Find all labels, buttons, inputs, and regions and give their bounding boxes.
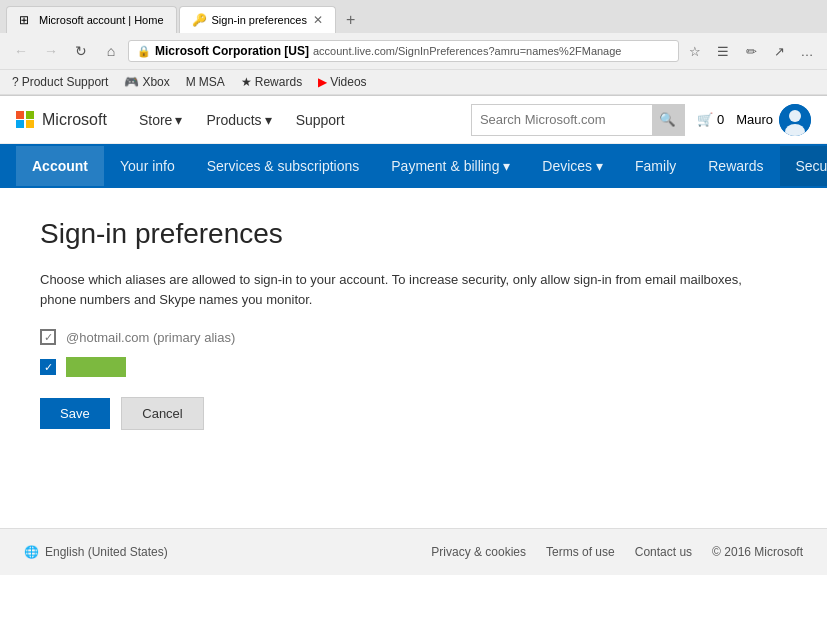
bookmark-xbox[interactable]: 🎮 Xbox (120, 73, 173, 91)
browser-toolbar: ← → ↻ ⌂ 🔒 Microsoft Corporation [US] acc… (0, 33, 827, 70)
cancel-button[interactable]: Cancel (121, 397, 203, 430)
refresh-button[interactable]: ↻ (68, 38, 94, 64)
alias-item-2 (40, 357, 787, 377)
address-url: account.live.com/SignInPreferences?amru=… (313, 45, 621, 57)
bookmark-label: Videos (330, 75, 366, 89)
alias-checkbox-2[interactable] (40, 359, 56, 375)
share-icon[interactable]: ↗ (767, 39, 791, 63)
new-tab-button[interactable]: + (338, 7, 363, 33)
cart-icon[interactable]: 🛒 0 (697, 112, 724, 127)
logo-sq-blue (16, 120, 24, 128)
search-input[interactable] (472, 105, 652, 135)
bookmark-product-support[interactable]: ? Product Support (8, 73, 112, 91)
bookmark-rewards[interactable]: ★ Rewards (237, 73, 306, 91)
browser-tab-2[interactable]: 🔑 Sign-in preferences ✕ (179, 6, 336, 33)
alias-item-1: @hotmail.com (primary alias) (40, 329, 787, 345)
logo-sq-yellow (26, 120, 34, 128)
bookmark-msa[interactable]: M MSA (182, 73, 229, 91)
page-title: Sign-in preferences (40, 218, 787, 250)
nav-family[interactable]: Family (619, 146, 692, 186)
form-buttons: Save Cancel (40, 397, 787, 430)
tab1-title: Microsoft account | Home (39, 14, 164, 26)
topnav-store[interactable]: Store ▾ (127, 98, 194, 142)
alias-badge-2 (66, 357, 126, 377)
topnav-support[interactable]: Support (284, 98, 357, 142)
tab1-favicon: ⊞ (19, 13, 33, 27)
xbox-icon: 🎮 (124, 75, 139, 89)
browser-tab-1[interactable]: ⊞ Microsoft account | Home (6, 6, 177, 33)
bookmark-label: Rewards (255, 75, 302, 89)
products-chevron-icon: ▾ (265, 112, 272, 128)
nav-your-info[interactable]: Your info (104, 146, 191, 186)
bookmark-icon: ? (12, 75, 19, 89)
tab2-close[interactable]: ✕ (313, 13, 323, 27)
footer-locale[interactable]: 🌐 English (United States) (24, 545, 168, 559)
tab2-title: Sign-in preferences (212, 14, 307, 26)
address-domain: Microsoft Corporation [US] (155, 44, 309, 58)
rewards-icon: ★ (241, 75, 252, 89)
svg-point-1 (789, 110, 801, 122)
footer-copyright: © 2016 Microsoft (712, 545, 803, 559)
save-button[interactable]: Save (40, 398, 110, 429)
ms-site: Microsoft Store ▾ Products ▾ Support 🔍 🛒… (0, 96, 827, 575)
payment-chevron-icon: ▾ (503, 158, 510, 174)
ms-logo[interactable]: Microsoft (16, 111, 107, 129)
locale-label: English (United States) (45, 545, 168, 559)
account-navigation: Account Your info Services & subscriptio… (0, 144, 827, 188)
browser-chrome: ⊞ Microsoft account | Home 🔑 Sign-in pre… (0, 0, 827, 96)
footer-privacy[interactable]: Privacy & cookies (431, 545, 526, 559)
logo-sq-green (26, 111, 34, 119)
tab2-favicon: 🔑 (192, 13, 206, 27)
browser-tabs: ⊞ Microsoft account | Home 🔑 Sign-in pre… (0, 0, 827, 33)
bookmark-label: Product Support (22, 75, 109, 89)
nav-services-subscriptions[interactable]: Services & subscriptions (191, 146, 376, 186)
address-bar[interactable]: 🔒 Microsoft Corporation [US] account.liv… (128, 40, 679, 62)
alias-checkbox-1 (40, 329, 56, 345)
logo-sq-red (16, 111, 24, 119)
page-description: Choose which aliases are allowed to sign… (40, 270, 760, 309)
notes-icon[interactable]: ✏ (739, 39, 763, 63)
globe-icon: 🌐 (24, 545, 39, 559)
footer-terms[interactable]: Terms of use (546, 545, 615, 559)
nav-devices[interactable]: Devices ▾ (526, 146, 619, 186)
nav-rewards[interactable]: Rewards (692, 146, 779, 186)
main-content: Sign-in preferences Choose which aliases… (0, 188, 827, 528)
footer-contact[interactable]: Contact us (635, 545, 692, 559)
nav-account[interactable]: Account (16, 146, 104, 186)
user-menu[interactable]: Mauro (736, 104, 811, 136)
ms-logo-text: Microsoft (42, 111, 107, 129)
footer-links: Privacy & cookies Terms of use Contact u… (431, 545, 803, 559)
search-bar: 🔍 (471, 104, 685, 136)
alias-text-1: @hotmail.com (primary alias) (66, 330, 235, 345)
toolbar-icons: ☆ ☰ ✏ ↗ … (683, 39, 819, 63)
home-button[interactable]: ⌂ (98, 38, 124, 64)
bookmarks-bar: ? Product Support 🎮 Xbox M MSA ★ Rewards… (0, 70, 827, 95)
back-button[interactable]: ← (8, 38, 34, 64)
favorites-icon[interactable]: ☆ (683, 39, 707, 63)
msa-icon: M (186, 75, 196, 89)
nav-security-privacy[interactable]: Security & privacy (780, 146, 828, 186)
devices-chevron-icon: ▾ (596, 158, 603, 174)
username-label: Mauro (736, 112, 773, 127)
hub-icon[interactable]: ☰ (711, 39, 735, 63)
avatar-icon (779, 104, 811, 136)
forward-button[interactable]: → (38, 38, 64, 64)
search-button[interactable]: 🔍 (652, 104, 684, 136)
top-navigation: Microsoft Store ▾ Products ▾ Support 🔍 🛒… (0, 96, 827, 144)
bookmark-label: Xbox (142, 75, 169, 89)
ms-logo-squares (16, 111, 34, 129)
cart-count: 0 (717, 112, 724, 127)
store-chevron-icon: ▾ (175, 112, 182, 128)
topnav-products[interactable]: Products ▾ (194, 98, 283, 142)
site-footer: 🌐 English (United States) Privacy & cook… (0, 528, 827, 575)
videos-icon: ▶ (318, 75, 327, 89)
more-icon[interactable]: … (795, 39, 819, 63)
cart-symbol: 🛒 (697, 112, 713, 127)
nav-payment-billing[interactable]: Payment & billing ▾ (375, 146, 526, 186)
topnav-links: Store ▾ Products ▾ Support (127, 98, 471, 142)
user-avatar (779, 104, 811, 136)
lock-icon: 🔒 (137, 45, 151, 58)
bookmark-videos[interactable]: ▶ Videos (314, 73, 370, 91)
bookmark-label: MSA (199, 75, 225, 89)
